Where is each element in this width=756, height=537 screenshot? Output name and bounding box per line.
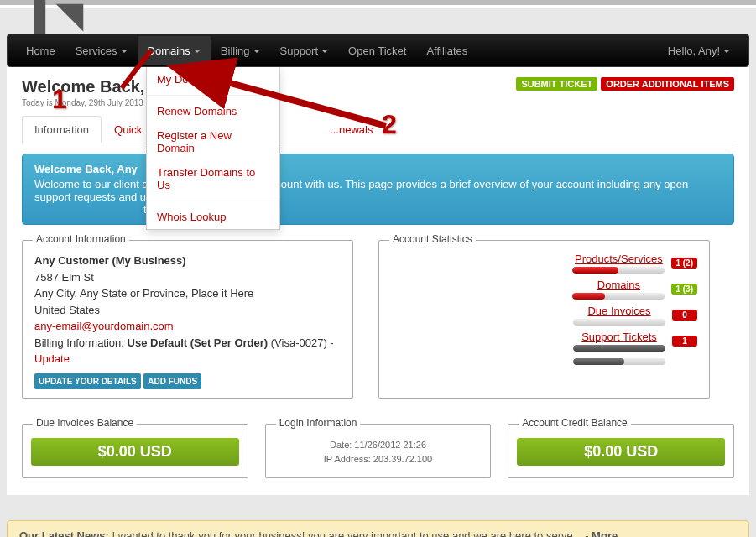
- welcome-banner-body: Welcome to our client ar ccount with us.…: [34, 178, 722, 216]
- update-details-button[interactable]: UPDATE YOUR DETAILS: [34, 373, 141, 389]
- stat-domains-bar: [572, 293, 665, 300]
- chevron-down-icon: [253, 50, 260, 53]
- stat-due-bar: [573, 319, 665, 326]
- welcome-banner: Welcome Back, Any Welcome to our client …: [22, 154, 734, 225]
- nav-domains[interactable]: Domains: [138, 36, 211, 65]
- credit-balance-legend: Account Credit Balance: [519, 417, 630, 429]
- main-nav: Home Services Domains Billing Support Op…: [7, 34, 749, 67]
- tabs: Information Quick D... ...newals: [22, 116, 734, 143]
- stat-tickets-link[interactable]: Support Tickets: [581, 331, 657, 343]
- due-balance-box: Due Invoices Balance $0.00 USD: [22, 424, 248, 478]
- tab-renewals[interactable]: ...newals: [317, 116, 385, 143]
- login-ip: IP Address: 203.39.72.100: [274, 452, 482, 467]
- chevron-down-icon: [723, 50, 730, 53]
- stat-products-badge: 1 (2): [671, 258, 697, 268]
- account-stats-box: Account Statistics Products/Services 1 (…: [378, 240, 710, 399]
- nav-user-menu[interactable]: Hello, Any!: [658, 36, 740, 65]
- dropdown-transfer-domains[interactable]: Transfer Domains to Us: [147, 160, 279, 197]
- account-info-box: Account Information Any Customer (My Bus…: [22, 240, 353, 399]
- stat-extra-bar: [573, 358, 665, 365]
- dropdown-whois-lookup[interactable]: Whois Lookup: [147, 205, 279, 229]
- domains-dropdown: My Domains Renew Domains Register a New …: [146, 67, 280, 230]
- stat-products-row: Products/Services 1 (2): [391, 253, 697, 274]
- annotation-number-2: 2: [382, 109, 397, 140]
- dropdown-my-domains[interactable]: My Domains: [147, 67, 279, 91]
- stat-products-bar: [572, 267, 665, 274]
- stat-tickets-row: Support Tickets 1: [391, 331, 697, 352]
- stat-due-link[interactable]: Due Invoices: [587, 305, 650, 317]
- chevron-down-icon: [321, 50, 328, 53]
- stat-extra-row: [391, 357, 697, 365]
- login-info-legend: Login Information: [276, 417, 361, 429]
- nav-affiliates[interactable]: Affiliates: [416, 36, 477, 65]
- chevron-down-icon: [121, 50, 128, 53]
- stat-domains-row: Domains 1 (3): [391, 279, 697, 300]
- nav-support[interactable]: Support: [270, 36, 339, 65]
- account-city: Any City, Any State or Province, Place i…: [34, 285, 341, 302]
- login-date: Date: 11/26/2012 21:26: [274, 438, 482, 453]
- dropdown-register-domain[interactable]: Register a New Domain: [147, 123, 279, 160]
- logo: ▌◥: [34, 0, 83, 34]
- news-more-link[interactable]: More...: [592, 529, 627, 537]
- chevron-down-icon: [194, 50, 201, 53]
- billing-line: Billing Information: Use Default (Set Pe…: [34, 335, 341, 352]
- news-text: I wanted to thank you for your business!…: [112, 529, 592, 537]
- tab-information[interactable]: Information: [22, 116, 102, 143]
- due-balance-legend: Due Invoices Balance: [33, 417, 137, 429]
- stat-domains-link[interactable]: Domains: [597, 279, 640, 291]
- account-stats-legend: Account Statistics: [389, 233, 476, 245]
- annotation-number-1: 1: [52, 84, 67, 115]
- submit-ticket-button[interactable]: SUBMIT TICKET: [516, 77, 597, 91]
- order-items-button[interactable]: ORDER ADDITIONAL ITEMS: [601, 77, 734, 91]
- nav-services[interactable]: Services: [65, 36, 138, 65]
- billing-update-link[interactable]: Update: [34, 352, 70, 365]
- account-info-legend: Account Information: [33, 233, 129, 245]
- account-email-link[interactable]: any-email@yourdomain.com: [34, 320, 174, 332]
- login-info-box: Login Information Date: 11/26/2012 21:26…: [265, 424, 492, 478]
- news-bar: Our Latest News: I wanted to thank you f…: [7, 520, 749, 537]
- news-label: Our Latest News:: [19, 529, 112, 537]
- stat-domains-badge: 1 (3): [671, 284, 697, 295]
- add-funds-button[interactable]: ADD FUNDS: [143, 373, 201, 389]
- stat-due-badge: 0: [672, 310, 697, 321]
- stat-due-row: Due Invoices 0: [391, 305, 697, 326]
- due-balance-value[interactable]: $0.00 USD: [31, 438, 239, 466]
- dropdown-renew-domains[interactable]: Renew Domains: [147, 99, 279, 123]
- nav-billing[interactable]: Billing: [211, 36, 270, 65]
- credit-balance-value[interactable]: $0.00 USD: [517, 438, 725, 466]
- stat-tickets-bar: [573, 345, 665, 352]
- stat-products-link[interactable]: Products/Services: [575, 253, 663, 265]
- account-street: 7587 Elm St: [34, 269, 341, 286]
- account-name: Any Customer (My Business): [34, 253, 341, 269]
- stat-tickets-badge: 1: [672, 336, 697, 347]
- welcome-banner-title: Welcome Back, Any: [34, 163, 722, 175]
- nav-home[interactable]: Home: [16, 36, 65, 65]
- account-country: United States: [34, 302, 341, 319]
- credit-balance-box: Account Credit Balance $0.00 USD: [508, 424, 734, 478]
- nav-open-ticket[interactable]: Open Ticket: [338, 36, 416, 65]
